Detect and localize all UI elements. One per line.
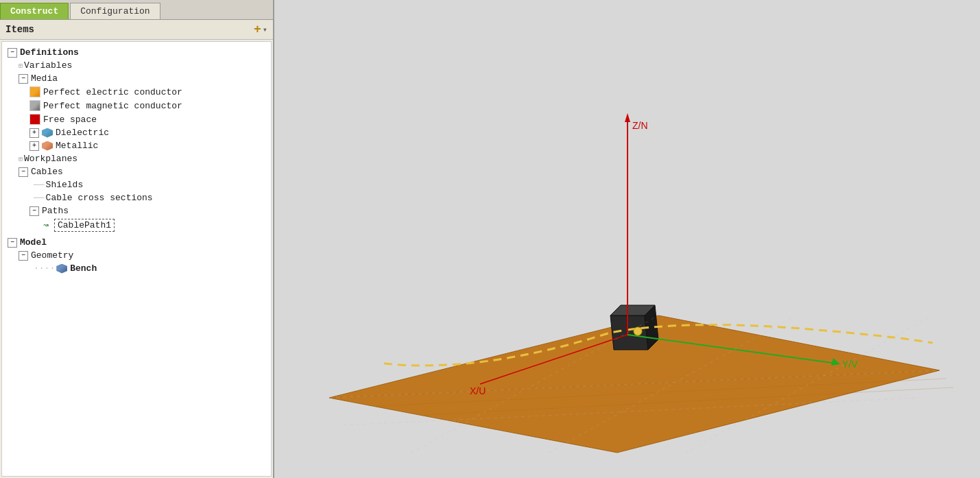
node-label-variables: Variables [24, 60, 72, 71]
tree-connector-workplanes: ⊞ [19, 155, 23, 163]
svg-point-21 [634, 327, 642, 335]
node-label-definitions: Definitions [20, 47, 79, 58]
left-panel: Construct Configuration Items + ▾ Defini… [0, 0, 274, 478]
node-label-workplanes: Workplanes [24, 154, 77, 164]
node-label-dielectric: Dielectric [56, 128, 109, 138]
node-label-freespace: Free space [43, 115, 97, 125]
node-label-pec: Perfect electric conductor [43, 87, 182, 97]
3d-viewport: Z/N X/U Y/V [274, 0, 980, 478]
tree-node-cablepath1[interactable]: ↝ CablePath1 [2, 217, 271, 233]
expand-paths[interactable] [29, 206, 39, 216]
node-label-geometry: Geometry [31, 250, 73, 261]
expand-dielectric[interactable] [29, 128, 39, 138]
swatch-pmc [29, 100, 40, 111]
node-label-cablecross: Cable cross sections [46, 193, 153, 203]
tree-node-shields[interactable]: ── Shields [2, 178, 271, 191]
tree-node-geometry[interactable]: Geometry [2, 249, 271, 262]
expand-geometry[interactable] [19, 251, 28, 261]
tree-node-dielectric[interactable]: Dielectric [2, 126, 271, 139]
node-label-cablepath1-box: CablePath1 [54, 219, 115, 232]
icon-bench [56, 264, 67, 274]
tree-node-cablecross[interactable]: ── Cable cross sections [2, 191, 271, 204]
swatch-freespace [29, 114, 40, 125]
tree-node-bench[interactable]: ···· Bench [2, 262, 271, 275]
node-label-cables: Cables [31, 167, 63, 177]
icon-metallic [42, 141, 53, 151]
tree-node-definitions[interactable]: Definitions [2, 46, 271, 59]
swatch-pec [29, 86, 40, 97]
tab-bar: Construct Configuration [0, 0, 273, 20]
expand-metallic[interactable] [29, 141, 39, 151]
tree-node-metallic[interactable]: Metallic [2, 139, 271, 152]
tree-node-model[interactable]: Model [2, 236, 271, 249]
node-label-bench: Bench [70, 263, 97, 274]
node-label-paths: Paths [42, 206, 69, 216]
node-label-pmc: Perfect magnetic conductor [43, 101, 182, 111]
node-label-metallic: Metallic [56, 141, 98, 151]
tree-dash-shields: ── [34, 180, 45, 190]
tab-construct[interactable]: Construct [0, 3, 69, 19]
expand-model[interactable] [8, 238, 17, 248]
tree-node-freespace[interactable]: Free space [2, 112, 271, 126]
svg-text:Y/V: Y/V [842, 359, 858, 370]
items-header: Items + ▾ [0, 20, 273, 40]
tree-node-workplanes[interactable]: ⊞ Workplanes [2, 152, 271, 165]
items-title: Items [5, 24, 34, 35]
expand-definitions[interactable] [8, 48, 17, 58]
tree-node-variables[interactable]: ⊞ Variables [2, 59, 271, 72]
expand-cables[interactable] [19, 167, 28, 177]
tree-node-media[interactable]: Media [2, 72, 271, 85]
node-label-cablepath1: CablePath1 [58, 220, 111, 230]
tab-configuration[interactable]: Configuration [70, 3, 160, 19]
svg-text:X/U: X/U [470, 385, 486, 396]
icon-dielectric [42, 128, 53, 138]
tree-node-pmc[interactable]: Perfect magnetic conductor [2, 99, 271, 112]
tree-area[interactable]: Definitions ⊞ Variables Media Perfect el… [1, 41, 272, 477]
node-label-media: Media [31, 73, 58, 84]
tree-dash-cablecross: ── [34, 193, 45, 203]
tree-connector-variables: ⊞ [19, 62, 23, 70]
right-panel[interactable]: Z/N X/U Y/V [274, 0, 980, 478]
node-label-shields: Shields [46, 180, 84, 190]
expand-media[interactable] [19, 74, 28, 84]
node-label-model: Model [20, 237, 47, 248]
icon-path: ↝ [40, 221, 51, 230]
tree-dot-bench: ···· [34, 263, 55, 274]
tree-node-cables[interactable]: Cables [2, 165, 271, 178]
svg-text:Z/N: Z/N [632, 120, 648, 131]
add-button[interactable]: + ▾ [254, 23, 267, 36]
tree-node-paths[interactable]: Paths [2, 204, 271, 217]
tree-node-pec[interactable]: Perfect electric conductor [2, 85, 271, 99]
